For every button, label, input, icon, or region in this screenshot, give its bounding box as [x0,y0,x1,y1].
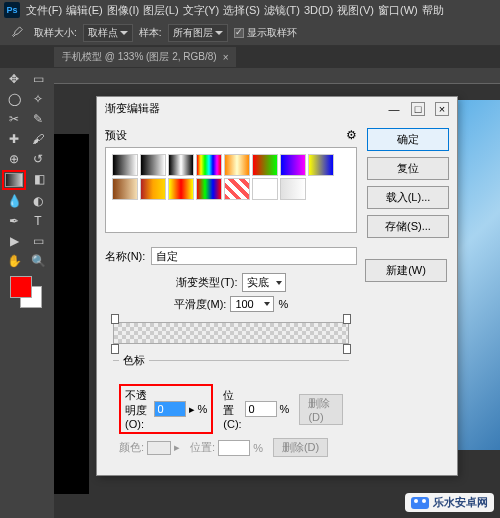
color-swatch[interactable] [147,441,171,455]
color-swatches [10,276,42,308]
position-label: 位置(C): [223,388,241,430]
sample-size-select[interactable]: 取样点 [83,24,133,42]
maximize-icon[interactable]: □ [411,102,425,116]
opacity-input[interactable] [154,401,186,417]
ruler-horizontal [54,68,500,84]
lasso-tool-icon[interactable]: ◯ [3,90,25,108]
fg-color-swatch[interactable] [10,276,32,298]
menu-edit[interactable]: 编辑(E) [66,3,103,18]
zoom-tool-icon[interactable]: 🔍 [27,252,49,270]
color-position-label: 位置: [190,440,215,455]
eyedropper-tool-icon[interactable]: ✎ [27,110,49,128]
color-stop-left[interactable] [111,344,119,354]
preset-swatch-14[interactable] [280,178,306,200]
marquee-tool-icon[interactable]: ▭ [27,70,49,88]
preset-swatch-13[interactable] [252,178,278,200]
crop-tool-icon[interactable]: ✂ [3,110,25,128]
menu-file[interactable]: 文件(F) [26,3,62,18]
preset-swatch-8[interactable] [112,178,138,200]
delete-color-stop-button: 删除(D) [273,438,328,457]
show-sampling-ring-checkbox[interactable] [234,28,244,38]
watermark-icon [411,497,429,509]
path-select-tool-icon[interactable]: ▶ [3,232,25,250]
preset-swatch-12[interactable] [224,178,250,200]
delete-opacity-stop-button[interactable]: 删除(D) [299,394,343,425]
dialog-titlebar[interactable]: 渐变编辑器 — □ × [97,97,457,120]
document-tab[interactable]: 手机模型 @ 133% (图层 2, RGB/8) × [54,47,236,67]
tab-close-icon[interactable]: × [223,52,229,63]
pen-tool-icon[interactable]: ✒ [3,212,25,230]
menu-3d[interactable]: 3D(D) [304,4,333,16]
shape-tool-icon[interactable]: ▭ [27,232,49,250]
preset-swatch-0[interactable] [112,154,138,176]
load-button[interactable]: 载入(L)... [367,186,449,209]
save-button[interactable]: 存储(S)... [367,215,449,238]
opacity-stop-left[interactable] [111,314,119,324]
preset-swatch-6[interactable] [280,154,306,176]
heal-tool-icon[interactable]: ✚ [3,130,25,148]
menu-view[interactable]: 视图(V) [337,3,374,18]
preset-swatch-11[interactable] [196,178,222,200]
magic-wand-tool-icon[interactable]: ✧ [27,90,49,108]
color-stop-right[interactable] [343,344,351,354]
blur-tool-icon[interactable]: 💧 [3,192,25,210]
menu-layer[interactable]: 图层(L) [143,3,178,18]
type-tool-icon[interactable]: T [27,212,49,230]
percent-label: % [278,298,288,310]
menu-filter[interactable]: 滤镜(T) [264,3,300,18]
gradient-type-label: 渐变类型(T): [176,275,237,290]
preset-swatch-10[interactable] [168,178,194,200]
smoothness-input[interactable]: 100 [230,296,274,312]
menu-image[interactable]: 图像(I) [107,3,139,18]
menu-type[interactable]: 文字(Y) [183,3,220,18]
preset-swatch-5[interactable] [252,154,278,176]
gear-icon[interactable]: ⚙ [346,128,357,143]
preset-swatch-7[interactable] [308,154,334,176]
opacity-label: 不透明度(O): [125,388,151,430]
options-bar: 取样大小: 取样点 样本: 所有图层 显示取样环 [0,20,500,46]
opacity-stop-right[interactable] [343,314,351,324]
gradient-type-select[interactable]: 实底 [242,273,286,292]
position-input[interactable] [245,401,277,417]
gradient-preview[interactable] [113,322,349,344]
ok-button[interactable]: 确定 [367,128,449,151]
preset-box [105,147,357,233]
sample-select[interactable]: 所有图层 [168,24,228,42]
ps-logo-icon: Ps [4,2,20,18]
opacity-highlight: 不透明度(O): ▸ % [119,384,213,434]
stops-section-label: 色标 [119,354,149,366]
preset-swatch-4[interactable] [224,154,250,176]
sample-size-label: 取样大小: [34,26,77,40]
preset-swatch-3[interactable] [196,154,222,176]
menu-window[interactable]: 窗口(W) [378,3,418,18]
reset-button[interactable]: 复位 [367,157,449,180]
watermark: 乐水安卓网 [405,493,494,512]
tab-label: 手机模型 @ 133% (图层 2, RGB/8) [62,50,217,64]
eraser-tool-icon[interactable]: ◧ [28,170,50,188]
dodge-tool-icon[interactable]: ◐ [27,192,49,210]
stamp-tool-icon[interactable]: ⊕ [3,150,25,168]
sample-label: 样本: [139,26,162,40]
name-label: 名称(N): [105,249,145,264]
history-brush-tool-icon[interactable]: ↺ [27,150,49,168]
document-tab-bar: 手机模型 @ 133% (图层 2, RGB/8) × [0,46,500,68]
black-strip [54,134,89,494]
gradient-editor-dialog: 渐变编辑器 — □ × 预设 ⚙ 名称(N): 渐变类型(T): 实底 [96,96,458,476]
gradient-tool[interactable] [2,170,26,190]
brush-tool-icon[interactable]: 🖌 [27,130,49,148]
menubar: Ps 文件(F) 编辑(E) 图像(I) 图层(L) 文字(Y) 选择(S) 滤… [0,0,500,20]
toolbox: ✥ ▭ ◯ ✧ ✂ ✎ ✚ 🖌 ⊕ ↺ ◧ 💧 ◐ ✒ T ▶ ▭ ✋ 🔍 [0,68,52,310]
menu-help[interactable]: 帮助 [422,3,444,18]
minimize-icon[interactable]: — [387,102,401,116]
preset-swatch-2[interactable] [168,154,194,176]
preset-swatch-1[interactable] [140,154,166,176]
color-position-input [218,440,250,456]
new-button[interactable]: 新建(W) [365,259,447,282]
watermark-text: 乐水安卓网 [433,495,488,510]
name-input[interactable] [151,247,357,265]
menu-select[interactable]: 选择(S) [223,3,260,18]
preset-swatch-9[interactable] [140,178,166,200]
hand-tool-icon[interactable]: ✋ [3,252,25,270]
close-icon[interactable]: × [435,102,449,116]
move-tool-icon[interactable]: ✥ [3,70,25,88]
